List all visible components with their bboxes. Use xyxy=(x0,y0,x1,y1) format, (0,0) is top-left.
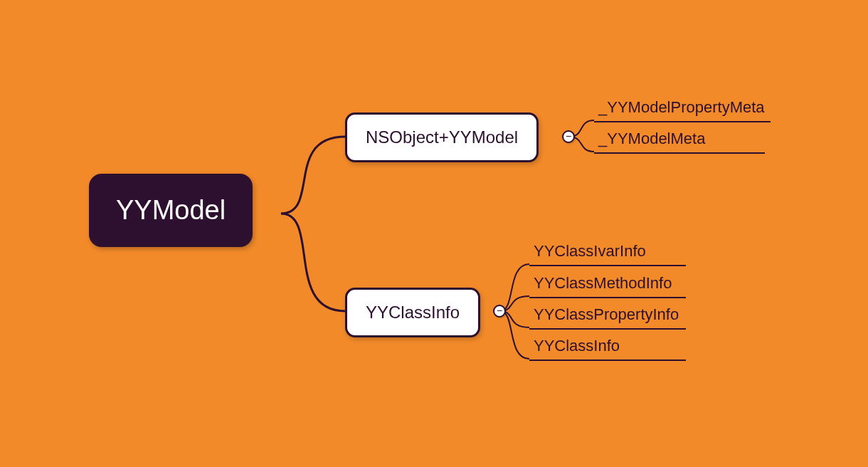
minus-icon: − xyxy=(566,131,571,141)
leaf-node[interactable]: YYClassPropertyInfo xyxy=(529,305,686,330)
leaf-node[interactable]: _YYModelPropertyMeta xyxy=(594,98,771,122)
branch-classinfo[interactable]: YYClassInfo xyxy=(345,288,480,337)
leaf-label: YYClassMethodInfo xyxy=(534,274,672,292)
leaf-node[interactable]: _YYModelMeta xyxy=(594,130,765,154)
leaf-label: YYClassPropertyInfo xyxy=(534,305,679,323)
leaf-label: YYClassInfo xyxy=(534,337,620,355)
minus-icon: − xyxy=(497,305,502,315)
root-label: YYModel xyxy=(116,195,226,225)
leaf-label: YYClassIvarInfo xyxy=(534,242,646,260)
leaf-node[interactable]: YYClassInfo xyxy=(529,337,686,361)
leaf-label: _YYModelMeta xyxy=(598,130,705,147)
leaf-node[interactable]: YYClassIvarInfo xyxy=(529,242,686,266)
leaf-node[interactable]: YYClassMethodInfo xyxy=(529,274,686,298)
branch-label: YYClassInfo xyxy=(366,303,460,322)
leaf-label: _YYModelPropertyMeta xyxy=(598,98,765,116)
collapse-toggle[interactable]: − xyxy=(493,305,506,318)
branch-label: NSObject+YYModel xyxy=(366,127,518,147)
root-node[interactable]: YYModel xyxy=(89,174,253,247)
branch-nsobject[interactable]: NSObject+YYModel xyxy=(345,112,539,162)
collapse-toggle[interactable]: − xyxy=(562,130,575,143)
